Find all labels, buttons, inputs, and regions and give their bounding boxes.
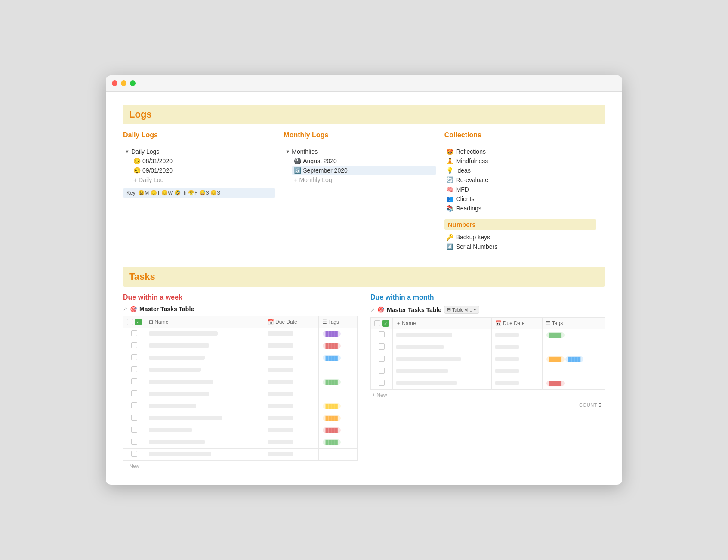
due-week-row-2[interactable]: ████ <box>123 352 358 364</box>
week-row-checkbox-9[interactable] <box>131 439 137 445</box>
collection-item-4[interactable]: 🧠 MFD <box>444 185 596 194</box>
due-week-row-5[interactable] <box>123 388 358 400</box>
numbers-item-1[interactable]: #️⃣ Serial Numbers <box>444 242 596 251</box>
collection-name-2: Ideas <box>456 167 471 174</box>
week-row-checkbox-1[interactable] <box>131 342 137 348</box>
daily-log-entry-0[interactable]: 😔 08/31/2020 <box>132 156 275 166</box>
due-month-add-new[interactable]: + New <box>370 390 605 401</box>
collection-emoji-6: 📚 <box>446 205 453 212</box>
due-month-column: Due within a month ↗ 🎯 Master Tasks Tabl… <box>370 294 605 472</box>
collection-emoji-4: 🧠 <box>446 186 453 193</box>
month-row-checkbox-3[interactable] <box>379 368 385 374</box>
tasks-section-header: Tasks <box>123 267 605 287</box>
week-row-name-1 <box>149 343 209 348</box>
week-row-tag-red-1: ████ <box>323 343 341 349</box>
week-row-checkbox-3[interactable] <box>131 366 137 372</box>
monthly-logs-root[interactable]: ▼ Monthlies <box>284 147 435 156</box>
week-row-date-5 <box>268 392 293 396</box>
main-window: Logs Daily Logs ▼ Daily Logs 😔 08/31/202… <box>106 75 622 485</box>
due-month-arrow-icon: ↗ <box>370 307 375 313</box>
numbers-item-0[interactable]: 🔑 Backup keys <box>444 232 596 242</box>
month-row-name-2 <box>396 357 461 361</box>
close-button[interactable] <box>112 80 117 86</box>
week-row-date-2 <box>268 356 293 360</box>
due-month-row-3[interactable] <box>371 365 605 377</box>
add-daily-log[interactable]: + Daily Log <box>132 175 275 185</box>
collection-emoji-0: 🤩 <box>446 148 453 155</box>
daily-logs-key: Key: 😩M 😔T 😊W 🤣Th 😤F 😅S 😊S <box>123 188 275 198</box>
collection-item-6[interactable]: 📚 Readings <box>444 204 596 213</box>
collection-item-1[interactable]: 🧘 Mindfulness <box>444 156 596 166</box>
month-row-date-1 <box>495 345 519 349</box>
month-row-checkbox-1[interactable] <box>379 343 385 350</box>
add-icon: + <box>133 176 137 183</box>
week-row-checkbox-7[interactable] <box>131 415 137 421</box>
week-row-checkbox-4[interactable] <box>131 378 137 384</box>
monthly-log-name-1: September 2020 <box>303 167 348 174</box>
week-row-checkbox-0[interactable] <box>131 330 137 336</box>
collection-item-2[interactable]: 💡 Ideas <box>444 166 596 175</box>
due-week-row-3[interactable] <box>123 364 358 376</box>
week-row-checkbox-8[interactable] <box>131 427 137 433</box>
due-week-table-label: Master Tasks Table <box>139 306 194 312</box>
collection-item-3[interactable]: 🔄 Re-evaluate <box>444 175 596 185</box>
due-week-row-9[interactable]: ████ <box>123 436 358 449</box>
count-row: COUNT 5 <box>370 401 605 409</box>
due-week-row-7[interactable]: ████ <box>123 412 358 424</box>
week-row-checkbox-10[interactable] <box>131 451 137 457</box>
count-label: COUNT <box>579 402 597 408</box>
due-week-add-new[interactable]: + New <box>123 461 358 472</box>
due-week-row-0[interactable]: ████ <box>123 328 358 340</box>
collection-item-0[interactable]: 🤩 Reflections <box>444 147 596 156</box>
week-row-checkbox-2[interactable] <box>131 354 137 360</box>
due-week-row-10[interactable] <box>123 449 358 461</box>
due-week-col-date: 📅 Due Date <box>264 316 318 328</box>
daily-logs-root[interactable]: ▼ Daily Logs <box>123 147 275 156</box>
due-month-header-checkbox[interactable] <box>374 320 380 326</box>
due-month-row-2[interactable]: ████████ <box>371 353 605 365</box>
due-week-table-emoji: 🎯 <box>130 306 137 312</box>
due-week-title: Due within a week <box>123 294 358 301</box>
week-row-date-10 <box>268 452 293 456</box>
week-row-tag-green-4: ████ <box>323 379 341 385</box>
week-row-name-8 <box>149 428 192 432</box>
add-monthly-log[interactable]: + Monthly Log <box>292 175 435 185</box>
daily-log-emoji-1: 😔 <box>133 167 141 174</box>
week-row-tag-yellow-6: ████ <box>323 403 341 409</box>
monthly-log-entry-1[interactable]: 5️⃣ September 2020 <box>292 166 435 175</box>
month-row-checkbox-4[interactable] <box>379 380 385 386</box>
logs-columns: Daily Logs ▼ Daily Logs 😔 08/31/2020 😔 0… <box>123 131 605 251</box>
week-row-checkbox-6[interactable] <box>131 402 137 408</box>
week-row-name-9 <box>149 440 205 444</box>
due-month-add-label: New <box>376 392 387 398</box>
week-row-date-8 <box>268 428 293 432</box>
daily-log-entry-1[interactable]: 😔 09/01/2020 <box>132 166 275 175</box>
month-row-checkbox-0[interactable] <box>379 331 385 337</box>
daily-logs-root-label: Daily Logs <box>131 148 159 155</box>
table-view-badge[interactable]: ⊞ Table vi... ▾ <box>444 306 479 314</box>
tasks-section: Tasks Due within a week ↗ 🎯 Master Tasks… <box>123 267 605 472</box>
numbers-name-1: Serial Numbers <box>456 243 497 250</box>
due-month-row-1[interactable] <box>371 341 605 353</box>
due-week-row-1[interactable]: ████ <box>123 340 358 352</box>
due-week-row-6[interactable]: ████ <box>123 400 358 412</box>
collection-item-5[interactable]: 👥 Clients <box>444 194 596 204</box>
maximize-button[interactable] <box>130 80 136 86</box>
week-row-date-7 <box>268 416 293 420</box>
due-week-header-checkbox[interactable] <box>127 319 133 325</box>
collections-column: Collections 🤩 Reflections 🧘 Mindfulness … <box>444 131 605 251</box>
tags-col-icon: ☰ <box>322 319 327 325</box>
due-month-row-4[interactable]: ████ <box>371 377 605 390</box>
month-row-checkbox-2[interactable] <box>379 356 385 362</box>
week-row-date-6 <box>268 404 293 408</box>
minimize-button[interactable] <box>121 80 126 86</box>
month-row-date-3 <box>495 369 519 373</box>
due-week-row-8[interactable]: ████ <box>123 424 358 436</box>
monthly-logs-root-label: Monthlies <box>292 148 318 155</box>
monthly-log-entry-0[interactable]: 🎱 August 2020 <box>292 156 435 166</box>
week-row-checkbox-5[interactable] <box>131 390 137 396</box>
due-week-add-icon: + <box>125 463 128 469</box>
due-month-row-0[interactable]: ████ <box>371 329 605 341</box>
due-week-row-4[interactable]: ████ <box>123 376 358 388</box>
page-content: Logs Daily Logs ▼ Daily Logs 😔 08/31/202… <box>106 92 622 485</box>
